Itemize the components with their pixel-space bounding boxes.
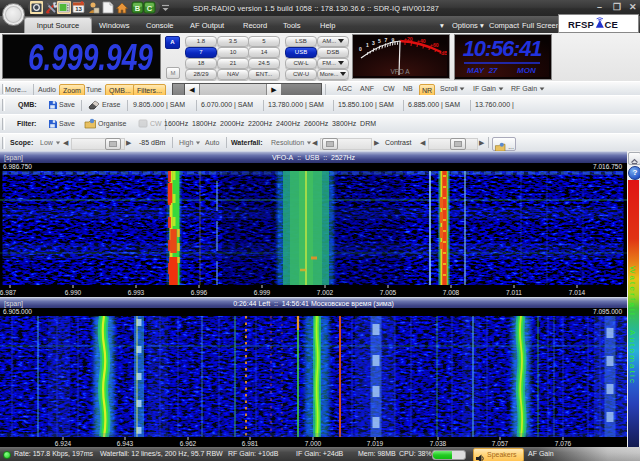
svg-text:6.924: 6.924: [55, 440, 72, 447]
svg-text:MON: MON: [517, 66, 536, 75]
svg-text:6.990: 6.990: [65, 289, 82, 296]
svg-text:+20: +20: [404, 36, 413, 42]
svg-text:0: 0: [359, 46, 362, 52]
svg-text:6.987: 6.987: [0, 289, 17, 296]
svg-text:7.005: 7.005: [380, 289, 397, 296]
svg-text:CE: CE: [605, 19, 619, 30]
svg-text:5: 5: [378, 38, 381, 44]
svg-text:C: C: [147, 4, 153, 13]
svg-text:7.002: 7.002: [317, 289, 334, 296]
svg-text:7.057: 7.057: [492, 440, 509, 447]
svg-text:9: 9: [392, 37, 395, 43]
svg-text:13: 13: [75, 6, 82, 12]
svg-text:6.962: 6.962: [180, 440, 197, 447]
svg-text:RFSP: RFSP: [568, 19, 595, 30]
svg-text:MAY 27: MAY 27: [467, 66, 498, 75]
svg-text:6.943: 6.943: [117, 440, 134, 447]
svg-text:6.993: 6.993: [128, 289, 145, 296]
svg-text:+60: +60: [430, 42, 439, 48]
svg-text:B: B: [135, 4, 141, 13]
svg-text:7.011: 7.011: [506, 289, 522, 296]
svg-text:7.019: 7.019: [367, 440, 384, 447]
svg-text:10:56:41: 10:56:41: [463, 36, 542, 61]
svg-text:3: 3: [372, 40, 375, 46]
svg-text:VFO A: VFO A: [390, 68, 410, 75]
svg-text:6.996: 6.996: [191, 289, 208, 296]
svg-text:7.014: 7.014: [569, 289, 586, 296]
svg-text:6.999: 6.999: [254, 289, 271, 296]
svg-text:7.038: 7.038: [430, 440, 447, 447]
svg-text:7.076: 7.076: [555, 440, 572, 447]
svg-text:7.008: 7.008: [443, 289, 460, 296]
svg-text:Waterfall: Automatic: Waterfall: Automatic: [628, 266, 637, 385]
svg-text:7.000: 7.000: [305, 440, 322, 447]
svg-text:1: 1: [366, 42, 369, 48]
svg-text:dB: dB: [441, 50, 447, 56]
svg-text:7: 7: [385, 37, 388, 43]
svg-text:+40: +40: [417, 38, 426, 44]
svg-text:6.981: 6.981: [242, 440, 259, 447]
